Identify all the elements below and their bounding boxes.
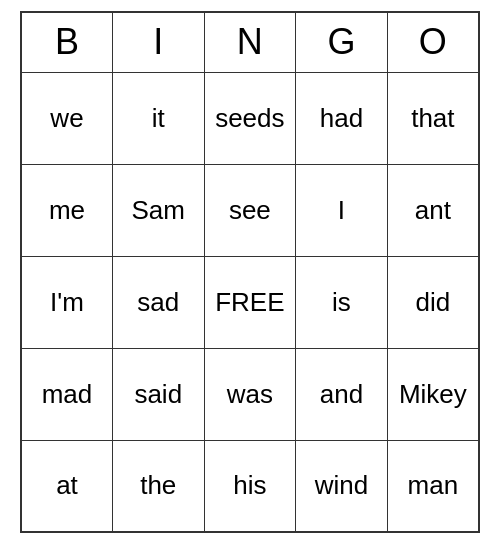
bingo-row-2: I'msadFREEisdid xyxy=(21,256,479,348)
bingo-cell-3-2: was xyxy=(204,348,296,440)
bingo-row-0: weitseedshadthat xyxy=(21,72,479,164)
bingo-cell-1-1: Sam xyxy=(112,164,204,256)
bingo-cell-2-2: FREE xyxy=(204,256,296,348)
bingo-header-row: BINGO xyxy=(21,12,479,72)
bingo-cell-1-3: I xyxy=(296,164,388,256)
bingo-cell-2-4: did xyxy=(387,256,479,348)
bingo-row-1: meSamseeIant xyxy=(21,164,479,256)
bingo-cell-0-4: that xyxy=(387,72,479,164)
bingo-cell-2-1: sad xyxy=(112,256,204,348)
bingo-cell-3-1: said xyxy=(112,348,204,440)
bingo-cell-0-2: seeds xyxy=(204,72,296,164)
bingo-cell-0-1: it xyxy=(112,72,204,164)
bingo-cell-1-0: me xyxy=(21,164,112,256)
bingo-cell-4-1: the xyxy=(112,440,204,532)
header-i: I xyxy=(112,12,204,72)
bingo-card: BINGO weitseedshadthatmeSamseeIantI'msad… xyxy=(20,11,480,533)
bingo-cell-2-0: I'm xyxy=(21,256,112,348)
bingo-cell-1-2: see xyxy=(204,164,296,256)
bingo-cell-0-3: had xyxy=(296,72,388,164)
bingo-cell-0-0: we xyxy=(21,72,112,164)
bingo-cell-3-0: mad xyxy=(21,348,112,440)
bingo-cell-4-0: at xyxy=(21,440,112,532)
bingo-cell-1-4: ant xyxy=(387,164,479,256)
bingo-row-3: madsaidwasandMikey xyxy=(21,348,479,440)
bingo-cell-4-3: wind xyxy=(296,440,388,532)
bingo-cell-3-4: Mikey xyxy=(387,348,479,440)
header-n: N xyxy=(204,12,296,72)
bingo-cell-4-4: man xyxy=(387,440,479,532)
bingo-cell-4-2: his xyxy=(204,440,296,532)
header-o: O xyxy=(387,12,479,72)
bingo-cell-3-3: and xyxy=(296,348,388,440)
bingo-row-4: atthehiswindman xyxy=(21,440,479,532)
bingo-cell-2-3: is xyxy=(296,256,388,348)
header-b: B xyxy=(21,12,112,72)
header-g: G xyxy=(296,12,388,72)
